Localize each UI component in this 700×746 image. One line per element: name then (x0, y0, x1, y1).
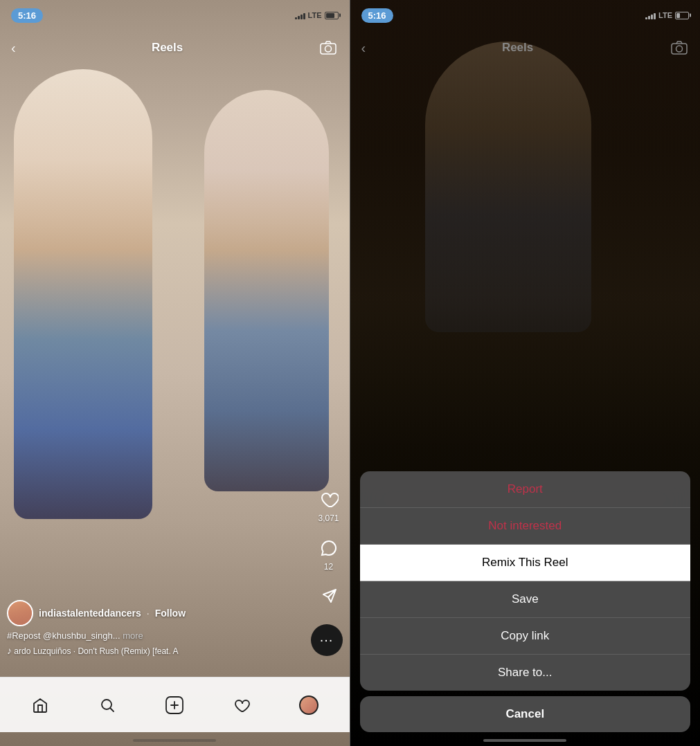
remix-label: Remix This Reel (482, 556, 568, 570)
comment-icon (318, 537, 340, 559)
status-bar-right: 5:16 LTE (350, 0, 701, 30)
battery-icon (325, 12, 339, 19)
status-icons-right: LTE (645, 11, 689, 19)
copy-link-item[interactable]: Copy link (360, 618, 691, 655)
comment-count: 12 (324, 562, 333, 572)
more-link[interactable]: more (123, 630, 143, 641)
nav-title-left: Reels (152, 41, 183, 55)
caption: #Repost @khushbu_singh... more (7, 630, 308, 641)
nav-bar-right: ‹ Reels (350, 30, 701, 65)
action-buttons: 3,071 12 (318, 489, 340, 608)
camera-icon (320, 41, 336, 55)
lte-label-right: LTE (658, 11, 672, 19)
camera-button-right[interactable] (670, 38, 689, 57)
nav-search[interactable] (92, 690, 123, 720)
nav-add[interactable] (159, 690, 190, 720)
home-indicator-left (133, 739, 216, 742)
svg-point-1 (325, 46, 332, 52)
signal-icon-right (645, 11, 656, 19)
nav-profile[interactable] (294, 690, 324, 720)
search-icon (99, 697, 116, 713)
add-icon (165, 695, 184, 715)
svg-point-5 (676, 46, 682, 52)
status-time-right: 5:16 (361, 8, 393, 23)
send-icon (318, 585, 340, 608)
remix-item[interactable]: Remix This Reel (360, 545, 691, 581)
ellipsis-icon: ··· (320, 632, 334, 648)
status-bar-left: 5:16 LTE (0, 0, 350, 30)
back-button-right[interactable]: ‹ (361, 40, 366, 56)
avatar[interactable] (7, 600, 33, 626)
nav-home[interactable] (25, 690, 55, 720)
copy-link-label: Copy link (501, 629, 549, 643)
status-icons-left: LTE (295, 11, 339, 19)
user-row: indiastalenteddancers · Follow (7, 600, 308, 626)
not-interested-label: Not interested (488, 519, 562, 533)
music-info[interactable]: ♪ ardo Luzquiños · Don't Rush (Remix) [f… (7, 645, 308, 656)
person-figure-left (14, 69, 152, 519)
more-options-button[interactable]: ··· (311, 624, 343, 656)
nav-bar-left: ‹ Reels (0, 30, 350, 65)
left-panel: 5:16 LTE ‹ Reels (0, 0, 350, 746)
share-button[interactable] (318, 585, 340, 608)
home-indicator-right (483, 739, 566, 742)
follow-button[interactable]: Follow (155, 608, 186, 619)
back-button-left[interactable]: ‹ (11, 40, 16, 56)
home-icon (32, 697, 48, 713)
lte-label: LTE (308, 11, 322, 19)
save-item[interactable]: Save (360, 581, 691, 618)
cancel-label: Cancel (505, 707, 544, 720)
action-sheet: Report Not interested Remix This Reel Sa… (360, 471, 691, 691)
right-person-figure (425, 42, 591, 332)
share-label: Share to... (498, 666, 552, 680)
save-label: Save (512, 592, 539, 606)
status-time-left: 5:16 (11, 8, 43, 23)
nav-activity[interactable] (226, 690, 257, 720)
share-item[interactable]: Share to... (360, 655, 691, 691)
cancel-sheet: Cancel (360, 696, 691, 732)
dot-separator: · (147, 608, 150, 619)
not-interested-item[interactable]: Not interested (360, 508, 691, 545)
camera-button[interactable] (318, 38, 338, 57)
report-item[interactable]: Report (360, 471, 691, 508)
comment-button[interactable]: 12 (318, 537, 340, 572)
signal-icon (295, 11, 305, 19)
bottom-nav (0, 677, 350, 732)
nav-title-right: Reels (502, 41, 533, 55)
user-info: indiastalenteddancers · Follow #Repost @… (7, 600, 308, 656)
like-button[interactable]: 3,071 (318, 489, 340, 523)
report-label: Report (508, 482, 543, 496)
username[interactable]: indiastalenteddancers (39, 608, 141, 619)
heart-nav-icon (233, 697, 250, 713)
cancel-item[interactable]: Cancel (360, 696, 691, 732)
like-count: 3,071 (318, 513, 339, 523)
person-figure-right (204, 90, 329, 491)
camera-icon-right (671, 41, 688, 55)
profile-avatar-nav (299, 695, 318, 715)
action-sheet-container: Report Not interested Remix This Reel Sa… (360, 471, 691, 732)
right-panel: 5:16 LTE ‹ Reels (350, 0, 701, 746)
heart-icon (318, 489, 340, 511)
battery-icon-right (675, 12, 689, 19)
